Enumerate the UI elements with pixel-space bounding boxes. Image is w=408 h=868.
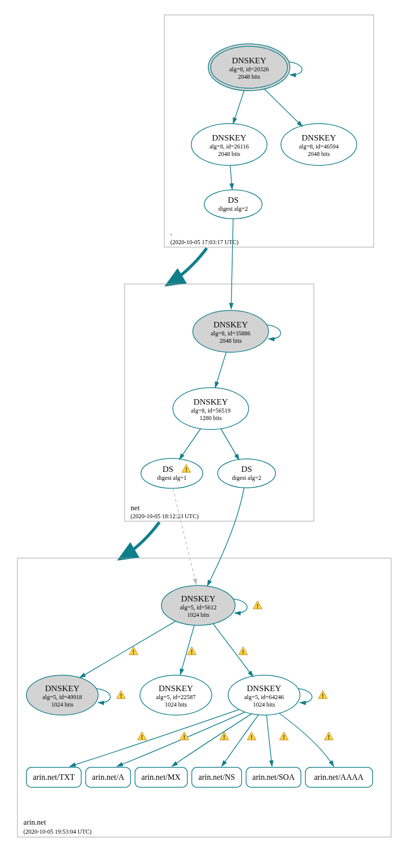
svg-text:arin.net/SOA: arin.net/SOA xyxy=(253,773,295,781)
svg-text:DS: DS xyxy=(162,464,173,474)
svg-text:alg=8, id=46594: alg=8, id=46594 xyxy=(299,143,339,150)
node-arin-zsk: DNSKEY alg=5, id=64246 1024 bits xyxy=(228,675,300,715)
svg-text:arin.net/AAAA: arin.net/AAAA xyxy=(314,773,364,781)
svg-text:alg=8, id=20326: alg=8, id=20326 xyxy=(229,66,269,73)
edge-net-zsk-ds2 xyxy=(221,429,239,460)
svg-text:arin.net/A: arin.net/A xyxy=(92,773,125,781)
edge-root-to-net xyxy=(167,248,207,285)
edge-root-ksk-zsk xyxy=(233,91,244,124)
svg-text:DNSKEY: DNSKEY xyxy=(181,594,216,603)
svg-text:alg=8, id=35886: alg=8, id=35886 xyxy=(211,330,251,337)
node-arin-dnskey-22587: DNSKEY alg=5, id=22587 1024 bits xyxy=(140,675,212,715)
edge-arinksk-zsk xyxy=(213,624,253,677)
node-arin-ksk: DNSKEY alg=5, id=5612 1024 bits xyxy=(161,585,235,625)
svg-text:DNSKEY: DNSKEY xyxy=(214,320,248,329)
edge-root-zsk-ds xyxy=(230,165,232,189)
zone-arin-name: arin.net xyxy=(23,818,46,826)
edge-net-ksk-zsk xyxy=(215,352,226,388)
warning-icon xyxy=(253,601,262,610)
warning-icon xyxy=(117,691,126,700)
node-root-zsk: DNSKEY alg=8, id=26116 2048 bits xyxy=(191,124,267,165)
svg-text:2048 bits: 2048 bits xyxy=(220,337,242,344)
node-arin-dnskey-49918: DNSKEY alg=5, id=49918 1024 bits xyxy=(26,675,98,715)
warning-icon xyxy=(247,732,256,741)
dnssec-diagram: ! . (2020-10-05 17:03:17 UTC) DNSKEY alg… xyxy=(0,0,408,868)
svg-text:2048 bits: 2048 bits xyxy=(238,73,261,80)
svg-text:digest alg=2: digest alg=2 xyxy=(218,205,248,212)
node-net-zsk: DNSKEY alg=8, id=56519 1280 bits xyxy=(173,388,249,430)
warning-icon xyxy=(137,732,146,741)
edge-root-ksk-self xyxy=(288,62,302,75)
zone-arin: arin.net (2020-10-05 19:53:04 UTC) DNSKE… xyxy=(17,488,391,837)
svg-text:alg=5, id=64246: alg=5, id=64246 xyxy=(244,694,284,701)
svg-text:DS: DS xyxy=(228,195,239,205)
edge-net-ksk-self xyxy=(267,325,280,339)
zone-net: net (2020-10-05 18:12:23 UTC) DNSKEY alg… xyxy=(125,219,314,521)
node-net-ds1: DS digest alg=1 xyxy=(141,458,203,488)
svg-text:DNSKEY: DNSKEY xyxy=(247,684,281,693)
svg-text:DS: DS xyxy=(241,464,252,474)
svg-text:digest alg=1: digest alg=1 xyxy=(157,474,186,481)
edge-net-to-arin xyxy=(120,522,159,559)
rr-soa: arin.net/SOA xyxy=(246,767,301,787)
zone-root: . (2020-10-05 17:03:17 UTC) DNSKEY alg=8… xyxy=(164,15,374,247)
svg-text:1024 bits: 1024 bits xyxy=(165,701,187,708)
zone-root-date: (2020-10-05 17:03:17 UTC) xyxy=(170,239,239,246)
rr-ns: arin.net/NS xyxy=(192,767,242,787)
svg-text:alg=5, id=5612: alg=5, id=5612 xyxy=(180,604,217,611)
edge-arin-zsk-self xyxy=(298,689,312,703)
edge-zsk-soa xyxy=(267,715,272,766)
edge-net-zsk-ds1 xyxy=(179,429,201,459)
svg-text:DNSKEY: DNSKEY xyxy=(45,684,80,693)
zone-root-name: . xyxy=(170,229,172,237)
edge-root-ksk-dnskey3 xyxy=(264,89,302,127)
svg-text:DNSKEY: DNSKEY xyxy=(212,133,247,143)
svg-text:1024 bits: 1024 bits xyxy=(187,611,210,618)
svg-text:2048 bits: 2048 bits xyxy=(218,150,241,157)
warning-icon xyxy=(324,732,333,741)
node-net-ksk: DNSKEY alg=8, id=35886 2048 bits xyxy=(193,310,269,352)
svg-text:alg=5, id=49918: alg=5, id=49918 xyxy=(42,694,82,701)
svg-text:alg=8, id=56519: alg=8, id=56519 xyxy=(191,407,231,414)
svg-text:arin.net/NS: arin.net/NS xyxy=(198,773,235,781)
svg-text:1024 bits: 1024 bits xyxy=(253,701,275,708)
svg-text:alg=8, id=26116: alg=8, id=26116 xyxy=(209,143,249,150)
edge-zsk-ns xyxy=(222,715,259,766)
svg-text:arin.net/TXT: arin.net/TXT xyxy=(33,773,75,781)
edge-rootds-netksk xyxy=(231,219,233,309)
svg-text:DNSKEY: DNSKEY xyxy=(232,56,267,65)
warning-icon xyxy=(187,647,196,656)
rr-mx: arin.net/MX xyxy=(135,767,187,787)
svg-text:alg=5, id=22587: alg=5, id=22587 xyxy=(156,694,196,701)
zone-arin-date: (2020-10-05 19:53:04 UTC) xyxy=(23,828,92,835)
edge-arin-49918-self xyxy=(97,689,110,703)
edge-arinksk-49918 xyxy=(80,621,175,678)
svg-text:2048 bits: 2048 bits xyxy=(308,150,330,157)
warning-icon xyxy=(239,647,248,656)
zone-net-name: net xyxy=(131,504,140,512)
svg-text:1024 bits: 1024 bits xyxy=(51,701,74,708)
edge-ds1-arinksk xyxy=(173,488,196,584)
rr-aaaa: arin.net/AAAA xyxy=(305,767,373,787)
node-root-dnskey3: DNSKEY alg=8, id=46594 2048 bits xyxy=(281,124,357,165)
warning-icon xyxy=(180,732,189,741)
svg-text:1280 bits: 1280 bits xyxy=(200,415,222,422)
warning-icon xyxy=(318,691,327,700)
edge-ds2-arinksk xyxy=(207,488,244,586)
rr-a: arin.net/A xyxy=(86,767,131,787)
svg-text:arin.net/MX: arin.net/MX xyxy=(141,773,181,781)
zone-net-date: (2020-10-05 18:12:23 UTC) xyxy=(131,513,199,520)
warning-icon xyxy=(279,732,288,741)
svg-text:DNSKEY: DNSKEY xyxy=(194,397,228,407)
svg-text:digest alg=2: digest alg=2 xyxy=(232,474,261,481)
svg-text:DNSKEY: DNSKEY xyxy=(302,133,336,143)
svg-text:DNSKEY: DNSKEY xyxy=(159,684,193,693)
rr-txt: arin.net/TXT xyxy=(26,767,81,787)
node-root-ksk: DNSKEY alg=8, id=20326 2048 bits xyxy=(208,44,290,91)
node-net-ds2: DS digest alg=2 xyxy=(218,459,275,488)
node-root-ds: DS digest alg=2 xyxy=(204,190,262,219)
